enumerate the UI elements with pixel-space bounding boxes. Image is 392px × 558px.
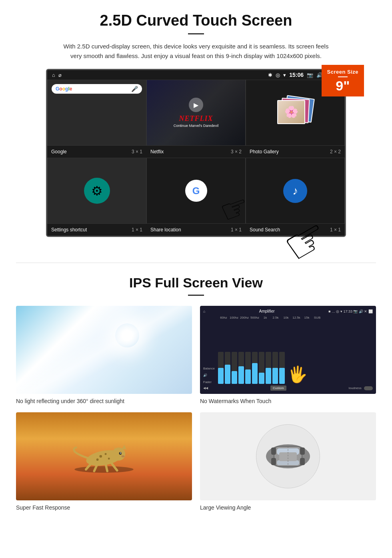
svg-rect-22 — [300, 448, 305, 455]
section1-title: 2.5D Curved Touch Screen — [24, 12, 368, 29]
svg-rect-20 — [279, 452, 297, 461]
home-icon[interactable]: ⌂ — [52, 72, 55, 78]
slider-4[interactable] — [238, 352, 244, 384]
play-button[interactable]: ▶ — [189, 98, 203, 112]
app-labels-row2: Settings shortcut 1 × 1 Share location 1… — [47, 224, 345, 236]
music-note-icon: ♪ — [292, 185, 298, 197]
amp-title: Amplifier — [259, 309, 275, 313]
maps-icon: G — [185, 180, 207, 202]
svg-point-8 — [100, 455, 102, 458]
app-cell-sound[interactable]: ♪ — [246, 158, 345, 224]
status-left: ⌂ ⌀ — [52, 72, 62, 78]
amplifier-label: No Watermarks When Touch — [200, 398, 376, 404]
hand-on-slider: 🖐 — [288, 365, 308, 384]
slider-5[interactable] — [245, 352, 251, 384]
netflix-size: 3 × 2 — [231, 149, 242, 155]
slider-6[interactable] — [252, 352, 258, 384]
amp-header: ⌂ Amplifier ■ … ◎ ▾ 17:33 📷 🔊 ✕ ⬜ — [203, 309, 373, 313]
svg-rect-23 — [271, 458, 276, 465]
cheetah-label: Super Fast Response — [16, 504, 192, 511]
slider-7[interactable] — [259, 352, 264, 384]
app-cell-google[interactable]: Google 🎤 — [47, 80, 146, 146]
settings-label: Settings shortcut — [51, 227, 87, 233]
bt-icon: ✱ — [268, 72, 272, 78]
app-labels-row1: Google 3 × 1 Netflix 3 × 2 Photo Gallery… — [47, 146, 345, 158]
car-circle — [256, 424, 320, 488]
google-label: Google — [51, 149, 67, 155]
slider-8[interactable] — [266, 352, 271, 384]
photo-stack: 🌸 — [277, 97, 313, 129]
app-grid-row2: ⚙ G ☞ ♪ — [47, 158, 345, 224]
svg-point-6 — [120, 453, 121, 454]
app-cell-share[interactable]: G ☞ — [146, 158, 246, 224]
feature-img-cheetah — [16, 412, 192, 500]
app-label-google: Google 3 × 1 — [47, 148, 146, 155]
app-label-gallery: Photo Gallery 2 × 2 — [246, 148, 345, 155]
app-label-share: Share location 1 × 1 — [146, 226, 246, 233]
status-time: 15:06 — [289, 72, 304, 78]
car-top-view-svg — [260, 428, 316, 484]
badge-divider — [338, 76, 348, 77]
cheetah-visual — [16, 412, 192, 500]
cheetah-svg — [68, 436, 140, 476]
gear-icon: ⚙ — [91, 183, 103, 199]
amp-freq-labels: 60hz 100hz 200hz 500hz 1k 2.5k 10k 12.5k… — [203, 316, 373, 319]
settings-size: 1 × 1 — [132, 227, 142, 233]
feature-img-car — [200, 412, 376, 500]
camera-icon[interactable]: 📷 — [307, 72, 313, 78]
location-icon: ◎ — [276, 72, 280, 78]
slider-2[interactable] — [225, 352, 230, 384]
slider-10[interactable] — [279, 352, 285, 384]
netflix-logo: NETFLIX — [174, 114, 218, 123]
device-outer: Screen Size 9" ⌂ ⌀ ✱ ◎ ▾ 15:06 📷 — [44, 69, 348, 237]
svg-point-2 — [112, 448, 125, 461]
sound-search-icon: ♪ — [283, 179, 307, 203]
amp-toggle[interactable] — [364, 386, 373, 390]
google-search-bar[interactable]: Google 🎤 — [52, 84, 142, 94]
google-size: 3 × 1 — [132, 149, 142, 155]
svg-marker-4 — [113, 445, 116, 449]
section-divider — [16, 263, 376, 263]
svg-point-10 — [96, 458, 99, 461]
svg-rect-21 — [271, 448, 276, 455]
app-grid-row1: Google 🎤 ▶ NETFLIX Continue Marvel's Dar… — [47, 80, 345, 146]
app-label-sound: Sound Search 1 × 1 — [246, 226, 345, 233]
flower-icon: 🌸 — [284, 105, 298, 118]
settings-icon-circle: ⚙ — [84, 178, 110, 204]
gallery-size: 2 × 2 — [330, 149, 341, 155]
usb-icon: ⌀ — [58, 72, 62, 78]
badge-label: Screen Size — [327, 69, 359, 75]
g-maps-letter: G — [192, 185, 200, 197]
amp-bottom: ◀◀ Custom loudness — [203, 385, 373, 391]
feature-img-amplifier: ⌂ Amplifier ■ … ◎ ▾ 17:33 📷 🔊 ✕ ⬜ 60hz 1… — [200, 306, 376, 394]
svg-point-9 — [105, 453, 107, 455]
netflix-subtitle: Continue Marvel's Daredevil — [174, 124, 218, 128]
section1-description: With 2.5D curved-display screen, this de… — [60, 42, 332, 61]
photo-layer-3: 🌸 — [277, 100, 305, 124]
app-label-settings: Settings shortcut 1 × 1 — [47, 226, 146, 233]
amp-custom-button[interactable]: Custom — [270, 385, 286, 391]
mic-icon[interactable]: 🎤 — [131, 86, 138, 92]
gallery-label: Photo Gallery — [250, 149, 279, 155]
speaker-icon: 🔊 — [203, 373, 217, 377]
car-label: Large Viewing Angle — [200, 504, 376, 511]
app-cell-netflix[interactable]: ▶ NETFLIX Continue Marvel's Daredevil — [146, 80, 246, 146]
sliders-area: 🖐 — [218, 352, 373, 384]
slider-1[interactable] — [218, 352, 224, 384]
screen-size-badge: Screen Size 9" — [322, 65, 364, 96]
app-cell-settings[interactable]: ⚙ — [47, 158, 146, 224]
svg-point-0 — [74, 466, 133, 473]
section2-title: IPS Full Screen View — [16, 275, 376, 291]
slider-9[interactable] — [272, 352, 278, 384]
svg-line-15 — [106, 464, 107, 471]
amp-content: Balance 🔊 Fader — [203, 321, 373, 384]
title-divider — [188, 33, 204, 34]
section-ips-screen: IPS Full Screen View No light reflecting… — [0, 275, 392, 523]
slider-3[interactable] — [232, 352, 237, 384]
app-label-netflix: Netflix 3 × 2 — [146, 148, 246, 155]
amp-home-icon: ⌂ — [203, 309, 205, 313]
feature-grid: No light reflecting under 360° direct su… — [16, 306, 376, 511]
section2-divider — [188, 295, 204, 296]
svg-point-11 — [108, 458, 110, 460]
feature-car: Large Viewing Angle — [200, 412, 376, 511]
